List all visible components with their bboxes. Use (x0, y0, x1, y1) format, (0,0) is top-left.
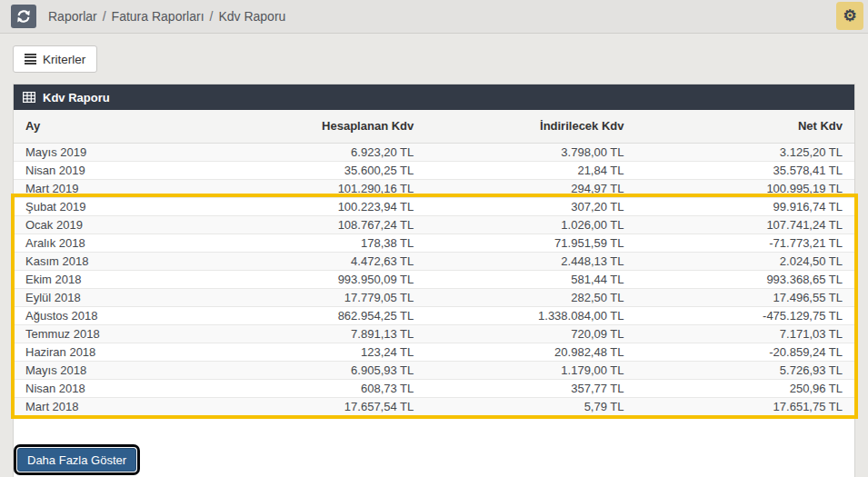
table-row: Ağustos 2018862.954,25 TL1.338.084,00 TL… (14, 306, 854, 324)
cell-month: Mart 2018 (14, 397, 283, 415)
breadcrumb-item-1[interactable]: Fatura Raporları (112, 9, 205, 24)
table-row: Nisan 201935.600,25 TL21,84 TL35.578,41 … (14, 161, 854, 179)
cell-month: Mayıs 2018 (14, 361, 283, 379)
topbar: Raporlar/Fatura Raporları/Kdv Raporu ⚙ (0, 0, 868, 34)
settings-button[interactable]: ⚙ (836, 2, 863, 30)
cell-net-kdv: 100.995,19 TL (636, 179, 855, 197)
refresh-icon (16, 9, 31, 24)
cell-indirilecek-kdv: 20.982,48 TL (425, 343, 635, 361)
cell-net-kdv: 5.726,93 TL (636, 361, 855, 379)
table-grid-icon (23, 92, 35, 103)
table-row: Eylül 201817.779,05 TL282,50 TL17.496,55… (14, 288, 854, 306)
breadcrumb-separator: / (210, 9, 214, 24)
cell-month: Ağustos 2018 (14, 306, 283, 324)
kriterler-label: Kriterler (43, 53, 85, 66)
cell-indirilecek-kdv: 307,20 TL (425, 197, 635, 215)
table-row: Mart 201817.657,54 TL5,79 TL17.651,75 TL (14, 397, 854, 415)
cell-net-kdv: 107.741,24 TL (636, 215, 855, 234)
cell-month: Nisan 2019 (14, 161, 283, 179)
column-header-indirilecek-kdv: İndirilecek Kdv (425, 110, 635, 143)
cell-net-kdv: 2.024,50 TL (636, 252, 855, 270)
breadcrumb-separator: / (103, 9, 106, 24)
load-more-button[interactable]: Daha Fazla Göster (17, 448, 136, 472)
hamburger-icon (25, 54, 36, 65)
column-header-ay: Ay (14, 110, 283, 143)
cell-indirilecek-kdv: 71.951,59 TL (425, 234, 635, 252)
cell-hesaplanan-kdv: 4.472,63 TL (283, 252, 425, 270)
cell-hesaplanan-kdv: 7.891,13 TL (283, 324, 425, 343)
cell-net-kdv: 35.578,41 TL (636, 161, 855, 179)
cell-month: Nisan 2018 (14, 379, 283, 397)
table-row: Mayıs 20196.923,20 TL3.798,00 TL3.125,20… (14, 143, 854, 161)
cell-indirilecek-kdv: 1.179,00 TL (425, 361, 635, 379)
cell-hesaplanan-kdv: 862.954,25 TL (283, 306, 425, 324)
report-panel: Kdv Raporu Ay Hesaplanan Kdv İndirilecek… (13, 84, 855, 477)
cell-month: Ekim 2018 (14, 270, 283, 288)
breadcrumb-item-0[interactable]: Raporlar (48, 9, 97, 24)
cell-net-kdv: 993.368,65 TL (636, 270, 855, 288)
cell-net-kdv: -475.129,75 TL (636, 306, 855, 324)
cell-net-kdv: 17.496,55 TL (636, 288, 855, 306)
table-row: Nisan 2018608,73 TL357,77 TL250,96 TL (14, 379, 854, 397)
cell-hesaplanan-kdv: 993.950,09 TL (283, 270, 425, 288)
cell-net-kdv: -71.773,21 TL (636, 234, 855, 252)
cell-month: Mart 2019 (14, 179, 283, 197)
cell-hesaplanan-kdv: 608,73 TL (283, 379, 425, 397)
table-row: Ocak 2019108.767,24 TL1.026,00 TL107.741… (14, 215, 854, 234)
table-row: Temmuz 20187.891,13 TL720,09 TL7.171,03 … (14, 324, 854, 343)
cell-indirilecek-kdv: 5,79 TL (425, 397, 635, 415)
cell-hesaplanan-kdv: 100.223,94 TL (283, 197, 425, 215)
cell-indirilecek-kdv: 1.026,00 TL (425, 215, 635, 234)
cell-month: Mayıs 2019 (14, 143, 283, 161)
content: Kriterler Kdv Raporu (0, 34, 868, 477)
cell-hesaplanan-kdv: 101.290,16 TL (283, 179, 425, 197)
gear-icon: ⚙ (843, 6, 856, 25)
table-header-row: Ay Hesaplanan Kdv İndirilecek Kdv Net Kd… (14, 110, 854, 143)
column-header-hesaplanan-kdv: Hesaplanan Kdv (283, 110, 425, 143)
kriterler-button[interactable]: Kriterler (13, 45, 97, 73)
cell-net-kdv: 250,96 TL (636, 379, 855, 397)
cell-indirilecek-kdv: 2.448,13 TL (425, 252, 635, 270)
cell-indirilecek-kdv: 294,97 TL (425, 179, 635, 197)
cell-indirilecek-kdv: 21,84 TL (425, 161, 635, 179)
table-body: Mayıs 20196.923,20 TL3.798,00 TL3.125,20… (14, 143, 854, 415)
panel-title: Kdv Raporu (43, 91, 110, 104)
table-row: Haziran 2018123,24 TL20.982,48 TL-20.859… (14, 343, 854, 361)
cell-hesaplanan-kdv: 6.923,20 TL (283, 143, 425, 161)
cell-month: Haziran 2018 (14, 343, 283, 361)
cell-indirilecek-kdv: 3.798,00 TL (425, 143, 635, 161)
cell-month: Kasım 2018 (14, 252, 283, 270)
kdv-report-table: Ay Hesaplanan Kdv İndirilecek Kdv Net Kd… (14, 110, 854, 415)
breadcrumb-item-2: Kdv Raporu (218, 9, 285, 24)
cell-indirilecek-kdv: 1.338.084,00 TL (425, 306, 635, 324)
table-row: Ekim 2018993.950,09 TL581,44 TL993.368,6… (14, 270, 854, 288)
refresh-button[interactable] (11, 5, 36, 28)
cell-month: Ocak 2019 (14, 215, 283, 234)
cell-hesaplanan-kdv: 6.905,93 TL (283, 361, 425, 379)
cell-indirilecek-kdv: 581,44 TL (425, 270, 635, 288)
cell-net-kdv: 7.171,03 TL (636, 324, 855, 343)
table-row: Kasım 20184.472,63 TL2.448,13 TL2.024,50… (14, 252, 854, 270)
column-header-net-kdv: Net Kdv (636, 110, 855, 143)
cell-month: Temmuz 2018 (14, 324, 283, 343)
cell-month: Şubat 2019 (14, 197, 283, 215)
cell-hesaplanan-kdv: 178,38 TL (283, 234, 425, 252)
page: Raporlar/Fatura Raporları/Kdv Raporu ⚙ K… (0, 0, 868, 477)
cell-hesaplanan-kdv: 17.657,54 TL (283, 397, 425, 415)
breadcrumb: Raporlar/Fatura Raporları/Kdv Raporu (48, 9, 285, 24)
panel-header: Kdv Raporu (14, 84, 854, 110)
cell-hesaplanan-kdv: 108.767,24 TL (283, 215, 425, 234)
table-row: Şubat 2019100.223,94 TL307,20 TL99.916,7… (14, 197, 854, 215)
cell-hesaplanan-kdv: 35.600,25 TL (283, 161, 425, 179)
cell-hesaplanan-kdv: 17.779,05 TL (283, 288, 425, 306)
cell-month: Eylül 2018 (14, 288, 283, 306)
cell-net-kdv: 99.916,74 TL (636, 197, 855, 215)
load-more-label: Daha Fazla Göster (27, 453, 126, 467)
cell-net-kdv: 3.125,20 TL (636, 143, 855, 161)
cell-indirilecek-kdv: 357,77 TL (425, 379, 635, 397)
cell-indirilecek-kdv: 720,09 TL (425, 324, 635, 343)
cell-hesaplanan-kdv: 123,24 TL (283, 343, 425, 361)
cell-indirilecek-kdv: 282,50 TL (425, 288, 635, 306)
table-row: Mayıs 20186.905,93 TL1.179,00 TL5.726,93… (14, 361, 854, 379)
table-row: Aralık 2018178,38 TL71.951,59 TL-71.773,… (14, 234, 854, 252)
